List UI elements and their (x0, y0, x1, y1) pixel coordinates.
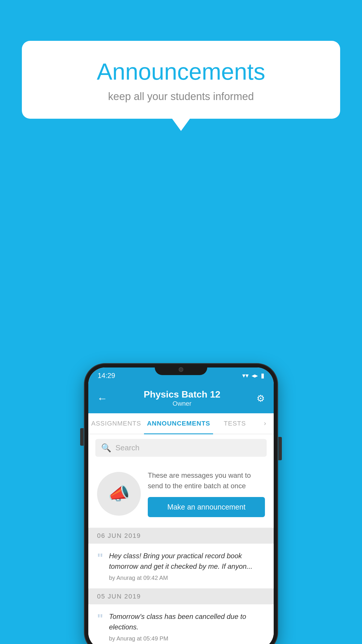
search-icon: 🔍 (101, 443, 111, 453)
content-area: 🔍 Search 📣 These are messages you want t… (88, 434, 274, 644)
batch-title: Physics Batch 12 (144, 389, 220, 400)
back-button[interactable]: ← (97, 392, 108, 405)
status-time: 14:29 (98, 372, 115, 380)
search-bar[interactable]: 🔍 Search (95, 439, 267, 457)
promo-description: These are messages you want to send to t… (148, 470, 265, 491)
tab-more[interactable]: › (256, 413, 274, 434)
front-camera (179, 367, 183, 372)
phone-mockup: 14:29 ▾▾ ◂▸ ▮ ← Physics Batch 12 Owner ⚙ (85, 364, 277, 644)
owner-label: Owner (144, 400, 220, 407)
tabs-container: ASSIGNMENTS ANNOUNCEMENTS TESTS › (88, 413, 274, 434)
tab-assignments[interactable]: ASSIGNMENTS (88, 413, 144, 434)
search-placeholder: Search (115, 443, 139, 452)
speech-bubble-section: Announcements keep all your students inf… (22, 41, 340, 119)
megaphone-icon: 📣 (108, 483, 130, 504)
header-title-area: Physics Batch 12 Owner (144, 389, 220, 407)
tab-tests[interactable]: TESTS (213, 413, 256, 434)
phone-screen: 14:29 ▾▾ ◂▸ ▮ ← Physics Batch 12 Owner ⚙ (88, 368, 274, 644)
announcement-content-2: Tomorrow's class has been cancelled due … (109, 611, 267, 642)
announcement-content-1: Hey class! Bring your practical record b… (109, 551, 267, 581)
speech-bubble-subtitle: keep all your students informed (42, 90, 320, 103)
settings-icon[interactable]: ⚙ (256, 393, 265, 404)
date-divider-2: 05 JUN 2019 (88, 589, 274, 604)
announcement-meta-1: by Anurag at 09:42 AM (109, 575, 267, 581)
promo-card: 📣 These are messages you want to send to… (88, 461, 274, 528)
announcement-text-1: Hey class! Bring your practical record b… (109, 551, 267, 572)
announcement-meta-2: by Anurag at 05:49 PM (109, 635, 267, 642)
speech-bubble-title: Announcements (42, 58, 320, 85)
announcement-text-2: Tomorrow's class has been cancelled due … (109, 611, 267, 632)
announcement-item-1[interactable]: " Hey class! Bring your practical record… (88, 544, 274, 589)
promo-right: These are messages you want to send to t… (148, 470, 265, 517)
tab-announcements[interactable]: ANNOUNCEMENTS (144, 413, 213, 434)
quote-icon-2: " (97, 612, 103, 625)
quote-icon-1: " (97, 552, 103, 565)
app-header: ← Physics Batch 12 Owner ⚙ (88, 384, 274, 413)
search-container: 🔍 Search (88, 434, 274, 461)
phone-notch (155, 364, 207, 375)
status-icons: ▾▾ ◂▸ ▮ (242, 372, 264, 379)
make-announcement-button[interactable]: Make an announcement (148, 497, 265, 517)
phone-outer: 14:29 ▾▾ ◂▸ ▮ ← Physics Batch 12 Owner ⚙ (85, 364, 277, 644)
megaphone-circle: 📣 (97, 472, 141, 516)
speech-bubble: Announcements keep all your students inf… (22, 41, 340, 119)
announcement-item-2[interactable]: " Tomorrow's class has been cancelled du… (88, 604, 274, 644)
wifi-icon: ▾▾ (242, 372, 249, 379)
battery-icon: ▮ (261, 372, 264, 379)
date-divider-1: 06 JUN 2019 (88, 528, 274, 544)
signal-icon: ◂▸ (252, 372, 258, 379)
